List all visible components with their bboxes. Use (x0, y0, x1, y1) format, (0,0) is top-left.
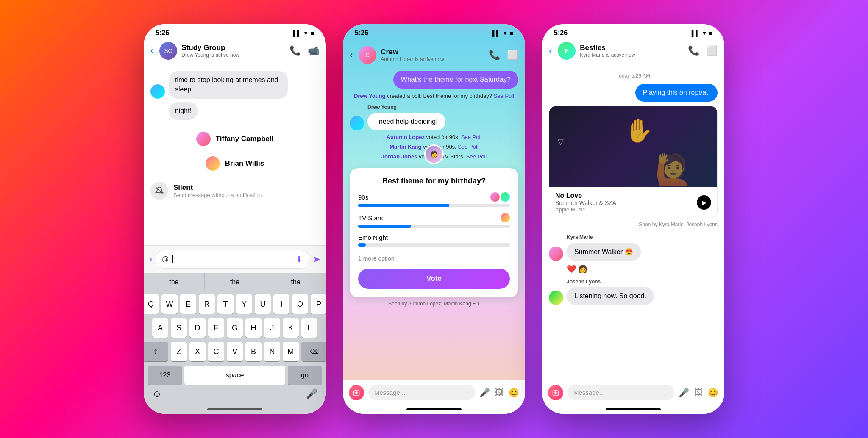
key-h[interactable]: H (245, 318, 262, 338)
music-info: No Love Summer Walker & SZA Apple Music … (549, 187, 717, 218)
silent-row: Silent Send message without a notificati… (144, 177, 326, 204)
key-space[interactable]: space (184, 366, 285, 385)
message-input-3[interactable]: Message... (568, 385, 674, 400)
key-r[interactable]: R (199, 294, 215, 314)
mic-icon-3[interactable]: 🎤 (679, 388, 689, 398)
key-y[interactable]: Y (236, 294, 252, 314)
poll-more-options: 1 more option (358, 252, 510, 264)
status-bar-2: 5:26 ▌▌ ▼ ■ (343, 24, 525, 39)
brian-name: Brian Willis (225, 159, 264, 168)
key-d[interactable]: D (189, 318, 206, 338)
photo-icon-2[interactable]: 🖼 (495, 388, 504, 397)
key-go[interactable]: go (288, 366, 322, 385)
emoji-button[interactable]: ☺ (152, 388, 161, 399)
key-e[interactable]: E (180, 294, 196, 314)
group-name-3: Besties (580, 44, 684, 52)
send-button-1[interactable]: ➤ (313, 254, 320, 264)
key-a[interactable]: A (152, 318, 168, 338)
poll-avatar: 🧑 (424, 144, 444, 164)
see-poll-link-3[interactable]: See Poll (458, 144, 478, 150)
key-v[interactable]: V (227, 342, 243, 361)
key-l[interactable]: L (301, 318, 317, 338)
key-g[interactable]: G (227, 318, 243, 338)
group-avatar-3: B (558, 42, 576, 60)
mic-fill-icon[interactable]: ⬇ (296, 254, 303, 264)
vote-button[interactable]: Vote (358, 269, 510, 289)
call-icon-3[interactable]: 📞 (688, 45, 699, 56)
input-bar-3: Message... 🎤 🖼 😊 (542, 380, 724, 405)
video-icon-1[interactable]: 📹 (308, 45, 319, 56)
input-icons-3: 🎤 🖼 😊 (679, 388, 718, 398)
input-bar-2: Message... 🎤 🖼 😊 (343, 380, 525, 405)
key-t[interactable]: T (217, 294, 234, 314)
joseph-bubble: Listening now. So good. (567, 287, 654, 305)
home-bar-3 (606, 408, 661, 410)
message-input-1[interactable]: @ ⬇ (156, 250, 309, 269)
silent-icon (150, 182, 168, 200)
key-q[interactable]: Q (144, 294, 159, 314)
system-message: Drew Young created a poll: Best theme fo… (343, 90, 525, 102)
call-icon-2[interactable]: 📞 (489, 50, 500, 61)
key-backspace[interactable]: ⌫ (301, 342, 326, 361)
status-time-1: 5:26 (156, 29, 169, 37)
key-k[interactable]: K (283, 318, 299, 338)
key-w[interactable]: W (161, 294, 178, 314)
key-c[interactable]: C (208, 342, 224, 361)
keyboard-row-4: 123 space go (145, 366, 324, 387)
see-poll-link-4[interactable]: See Poll (466, 153, 487, 160)
key-j[interactable]: J (264, 318, 280, 338)
key-m[interactable]: M (283, 342, 299, 361)
video-icon-3[interactable]: ⬜ (706, 45, 718, 56)
key-n[interactable]: N (264, 342, 280, 361)
header-info-3: Besties Kyra Marie is active now (580, 44, 684, 58)
camera-button-2[interactable] (349, 385, 364, 400)
photo-icon-3[interactable]: 🖼 (694, 388, 703, 397)
suggestion-1[interactable]: the (144, 273, 205, 291)
key-b[interactable]: B (245, 342, 262, 361)
wifi-icon-2: ▼ (502, 30, 508, 36)
chat-list-1: time to stop looking at memes and sleep … (144, 65, 326, 245)
poll-bar-bg-emonight (358, 243, 510, 247)
sticker-icon-3[interactable]: 😊 (708, 388, 718, 398)
joseph-avatar (549, 291, 563, 305)
silent-desc: Send message without a notification. (173, 192, 263, 198)
suggestion-2[interactable]: the (205, 273, 266, 291)
voter-name-1: Autumn Lopez (387, 134, 425, 140)
back-button-3[interactable]: ‹ (549, 45, 552, 56)
key-i[interactable]: I (273, 294, 289, 314)
key-z[interactable]: Z (171, 342, 187, 361)
key-f[interactable]: F (208, 318, 224, 338)
camera-button-3[interactable] (548, 385, 563, 400)
status-icons-2: ▌▌ ▼ ■ (492, 30, 513, 36)
sticker-icon-2[interactable]: 😊 (509, 388, 519, 398)
see-poll-link-2[interactable]: See Poll (461, 134, 481, 140)
expand-icon[interactable]: › (150, 255, 152, 264)
back-button-2[interactable]: ‹ (350, 50, 353, 61)
group-avatar-2: C (359, 46, 376, 64)
see-poll-link-1[interactable]: See Poll (494, 93, 514, 99)
suggestion-3[interactable]: the (265, 273, 326, 291)
key-shift[interactable]: ⇧ (144, 342, 168, 361)
key-u[interactable]: U (255, 294, 271, 314)
key-numbers[interactable]: 123 (148, 366, 182, 385)
group-status-3: Kyra Marie is active now (580, 52, 684, 58)
phone3-chat: Today 5:26 AM Playing this on repeat! 🙋 … (542, 65, 724, 380)
mic-icon-2[interactable]: 🎤 (479, 388, 490, 398)
keyboard-row-3: ⇧ Z X C V B N M ⌫ (145, 342, 324, 361)
header-info-1: Study Group Drew Young is active now (181, 44, 285, 58)
poll-avatar-container: 🧑 (424, 144, 444, 164)
video-icon-2[interactable]: ⬜ (507, 50, 518, 61)
keyboard: Q W E R T Y U I O P A S D F G H J K L ⇧ … (144, 291, 326, 405)
message-input-2[interactable]: Message... (368, 385, 475, 400)
mic-button[interactable]: 🎤 (306, 388, 317, 399)
music-details: No Love Summer Walker & SZA Apple Music (555, 192, 693, 213)
key-p[interactable]: P (311, 294, 326, 314)
back-button-1[interactable]: ‹ (150, 45, 153, 56)
call-icon-1[interactable]: 📞 (289, 45, 301, 56)
group-avatar-1: SG (159, 42, 177, 60)
chat-header-1: ‹ SG Study Group Drew Young is active no… (144, 39, 326, 65)
play-button[interactable]: ▶ (697, 195, 711, 210)
key-s[interactable]: S (171, 318, 187, 338)
key-x[interactable]: X (189, 342, 206, 361)
key-o[interactable]: O (292, 294, 308, 314)
